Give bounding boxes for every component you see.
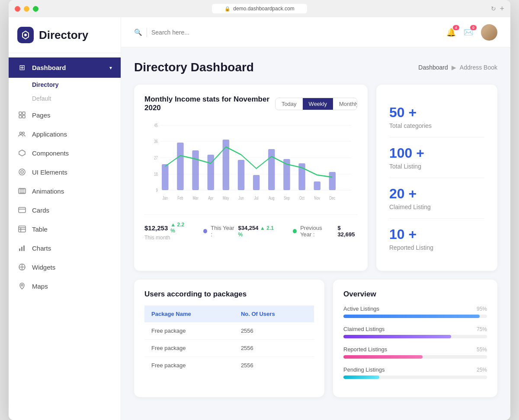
app-layout: Directory ⊞ Dashboard ▾ Directory Defaul… bbox=[9, 17, 510, 420]
sidebar-subitem-directory[interactable]: Directory bbox=[32, 78, 121, 92]
tab-monthly[interactable]: Monthly bbox=[333, 98, 357, 110]
widgets-icon bbox=[17, 263, 27, 271]
stats-card: 50 + Total categories 100 + Total Listin… bbox=[376, 85, 497, 271]
url-bar[interactable]: 🔒 demo.dashboardpack.com bbox=[212, 4, 307, 13]
legend-prev-year: Previous Year : $ 32,695 bbox=[293, 225, 357, 238]
sidebar-item-table[interactable]: Table bbox=[9, 220, 121, 239]
ui-elements-icon bbox=[17, 168, 27, 176]
stat-claimed-listing: 20 + Claimed Listing bbox=[389, 178, 484, 219]
messages-badge: 0 bbox=[470, 25, 477, 30]
user-avatar[interactable] bbox=[481, 24, 497, 41]
svg-text:Oct: Oct bbox=[299, 195, 304, 201]
logo-icon bbox=[17, 27, 34, 43]
page-title: Directory Dashboard bbox=[134, 60, 254, 74]
stat-number: 10 + bbox=[389, 226, 484, 242]
overview-pct: 95% bbox=[477, 306, 487, 312]
metric-label: This month bbox=[144, 235, 186, 241]
svg-rect-3 bbox=[19, 115, 22, 118]
overview-label-row: Active Listings 95% bbox=[343, 305, 487, 312]
dashboard-icon: ⊞ bbox=[17, 63, 27, 72]
sidebar-item-label: Components bbox=[32, 150, 69, 157]
minimize-button[interactable] bbox=[24, 6, 29, 12]
overview-reported-listings: Reported Listings 55% bbox=[343, 346, 487, 359]
sidebar-logo: Directory bbox=[9, 17, 121, 53]
sidebar-item-applications[interactable]: Applications bbox=[9, 124, 121, 143]
sidebar-item-label: Pages bbox=[32, 111, 51, 119]
close-button[interactable] bbox=[15, 6, 20, 12]
sidebar-item-pages[interactable]: Pages bbox=[9, 105, 121, 124]
chart-tabs: Today Weekly Monthly bbox=[275, 98, 357, 110]
tab-weekly[interactable]: Weekly bbox=[303, 98, 333, 110]
sidebar-item-maps[interactable]: Maps bbox=[9, 277, 121, 296]
page-header: Directory Dashboard Dashboard ▶ Address … bbox=[134, 60, 497, 74]
sidebar-item-label: Applications bbox=[32, 130, 67, 138]
metric-up-icon: ▲ 2.2 % bbox=[170, 222, 186, 234]
packages-title: Users according to packages bbox=[144, 290, 314, 299]
sidebar-item-dashboard[interactable]: ⊞ Dashboard ▾ bbox=[9, 57, 121, 78]
stat-number: 100 + bbox=[389, 145, 484, 161]
overview-pct: 75% bbox=[477, 326, 487, 332]
svg-text:Apr: Apr bbox=[208, 195, 213, 201]
users-cell: 2556 bbox=[234, 340, 314, 357]
components-icon bbox=[17, 149, 27, 157]
bottom-row: Users according to packages Package Name… bbox=[134, 280, 497, 397]
svg-rect-39 bbox=[253, 175, 260, 190]
sidebar-item-cards[interactable]: Cards bbox=[9, 200, 121, 220]
stat-label: Total categories bbox=[389, 122, 484, 129]
sidebar-item-animations[interactable]: Animations bbox=[9, 181, 121, 200]
svg-rect-10 bbox=[19, 207, 26, 213]
svg-text:Aug: Aug bbox=[269, 195, 275, 201]
stat-label: Reported Listing bbox=[389, 244, 484, 251]
sidebar-item-label: Widgets bbox=[32, 264, 55, 271]
sidebar-subitem-default[interactable]: Default bbox=[32, 92, 121, 105]
svg-point-5 bbox=[20, 132, 22, 134]
sidebar-item-label: Maps bbox=[32, 283, 48, 290]
users-cell: 2556 bbox=[234, 357, 314, 374]
svg-text:Jun: Jun bbox=[238, 195, 243, 201]
new-tab-icon[interactable]: + bbox=[500, 4, 504, 13]
sidebar-item-ui-elements[interactable]: UI Elements bbox=[9, 162, 121, 181]
search-input[interactable] bbox=[151, 29, 307, 36]
overview-label: Active Listings bbox=[343, 305, 379, 312]
notifications-button[interactable]: 🔔 4 bbox=[446, 28, 456, 37]
chart-header: Monthly Income stats for November 2020 T… bbox=[144, 95, 357, 112]
svg-rect-43 bbox=[314, 181, 320, 190]
tab-today[interactable]: Today bbox=[276, 98, 303, 110]
cards-icon bbox=[17, 206, 27, 214]
sidebar-item-widgets[interactable]: Widgets bbox=[9, 258, 121, 277]
svg-text:Jan: Jan bbox=[163, 195, 168, 201]
overview-card: Overview Active Listings 95% bbox=[333, 280, 497, 397]
this-year-value: $34,254 ▲ 2.1 % bbox=[238, 225, 276, 238]
charts-icon bbox=[17, 244, 27, 252]
notifications-badge: 4 bbox=[453, 25, 459, 30]
chart-footer: $12,253 ▲ 2.2 % This month This Year : $… bbox=[144, 214, 357, 241]
maximize-button[interactable] bbox=[33, 6, 38, 12]
maps-icon bbox=[17, 282, 27, 290]
overview-label-row: Reported Listings 55% bbox=[343, 346, 487, 353]
url-text: demo.dashboardpack.com bbox=[233, 6, 294, 12]
overview-label: Pending Listings bbox=[343, 366, 384, 373]
messages-button[interactable]: ✉️ 0 bbox=[464, 28, 473, 37]
sidebar-nav: ⊞ Dashboard ▾ Directory Default Pages bbox=[9, 53, 121, 420]
search-divider bbox=[147, 28, 147, 37]
sidebar-item-charts[interactable]: Charts bbox=[9, 239, 121, 258]
svg-text:18: 18 bbox=[154, 172, 158, 177]
breadcrumb-current: Address Book bbox=[460, 64, 497, 71]
svg-rect-34 bbox=[177, 143, 183, 190]
refresh-icon[interactable]: ↻ bbox=[491, 5, 496, 12]
top-row: Monthly Income stats for November 2020 T… bbox=[134, 85, 497, 271]
col-package-name: Package Name bbox=[144, 305, 234, 322]
chart-area: 45 36 27 18 9 bbox=[144, 121, 357, 207]
col-num-users: No. Of Users bbox=[234, 305, 314, 322]
overview-pct: 25% bbox=[477, 367, 487, 373]
svg-text:Dec: Dec bbox=[329, 195, 335, 201]
svg-rect-33 bbox=[162, 164, 168, 190]
legend-dot-blue bbox=[203, 229, 207, 233]
overview-pending-listings: Pending Listings 25% bbox=[343, 366, 487, 379]
svg-point-0 bbox=[24, 34, 27, 36]
applications-icon bbox=[17, 130, 27, 138]
sidebar-item-components[interactable]: Components bbox=[9, 143, 121, 162]
main-content: Directory Dashboard Dashboard ▶ Address … bbox=[121, 48, 510, 420]
svg-text:Nov: Nov bbox=[314, 195, 320, 201]
legend-dot-green bbox=[293, 229, 297, 233]
